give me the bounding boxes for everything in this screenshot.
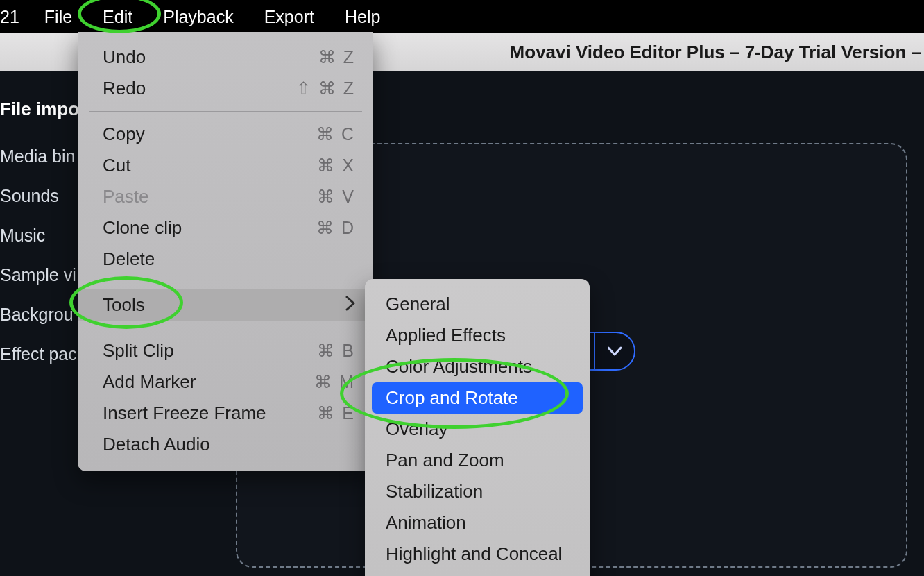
edit-split-clip[interactable]: Split Clip ⌘ B (78, 335, 373, 366)
edit-split-shortcut: ⌘ B (317, 341, 355, 361)
edit-cut-label: Cut (103, 155, 130, 176)
edit-clone-shortcut: ⌘ D (316, 218, 355, 238)
menu-file[interactable]: File (29, 1, 87, 33)
menubar-left-number: 21 (0, 7, 29, 27)
edit-add-marker[interactable]: Add Marker ⌘ M (78, 366, 373, 398)
edit-cut[interactable]: Cut ⌘ X (78, 150, 373, 181)
edit-tools-label: Tools (103, 294, 145, 316)
edit-add-marker-label: Add Marker (103, 371, 196, 393)
edit-undo-shortcut: ⌘ Z (318, 47, 355, 67)
menu-separator (89, 328, 362, 328)
edit-delete-label: Delete (103, 248, 155, 270)
menu-separator (89, 111, 362, 112)
edit-freeze-label: Insert Freeze Frame (103, 403, 266, 424)
tools-crop-and-rotate[interactable]: Crop and Rotate (372, 382, 583, 414)
menu-export[interactable]: Export (249, 1, 330, 33)
menubar: 21 File Edit Playback Export Help (0, 0, 924, 33)
chevron-right-icon (345, 294, 355, 316)
edit-delete[interactable]: Delete (78, 244, 373, 275)
edit-undo-label: Undo (103, 46, 146, 68)
tools-stabilization[interactable]: Stabilization (365, 476, 590, 507)
tools-animation[interactable]: Animation (365, 507, 590, 539)
tools-highlight-conceal[interactable]: Highlight and Conceal (365, 539, 590, 570)
edit-insert-freeze-frame[interactable]: Insert Freeze Frame ⌘ E (78, 398, 373, 429)
edit-undo[interactable]: Undo ⌘ Z (78, 42, 373, 73)
window-title: Movavi Video Editor Plus – 7-Day Trial V… (510, 42, 921, 63)
edit-redo[interactable]: Redo ⇧ ⌘ Z (78, 73, 373, 104)
tools-applied-effects[interactable]: Applied Effects (365, 320, 590, 351)
edit-tools[interactable]: Tools (78, 289, 373, 321)
tools-general[interactable]: General (365, 289, 590, 320)
edit-redo-shortcut: ⇧ ⌘ Z (296, 78, 355, 99)
menu-separator (89, 282, 362, 282)
edit-dropdown: Undo ⌘ Z Redo ⇧ ⌘ Z Copy ⌘ C Cut ⌘ X Pas… (78, 32, 373, 471)
edit-clone-label: Clone clip (103, 217, 182, 239)
edit-detach-audio[interactable]: Detach Audio (78, 429, 373, 460)
edit-paste-shortcut: ⌘ V (317, 187, 355, 207)
edit-split-label: Split Clip (103, 340, 174, 362)
edit-detach-label: Detach Audio (103, 434, 210, 455)
tools-pan-and-zoom[interactable]: Pan and Zoom (365, 445, 590, 476)
edit-freeze-shortcut: ⌘ E (317, 403, 355, 423)
edit-add-marker-shortcut: ⌘ M (314, 372, 355, 392)
edit-clone-clip[interactable]: Clone clip ⌘ D (78, 212, 373, 244)
tools-chroma-key[interactable]: Chroma Key (365, 570, 590, 576)
menu-playback[interactable]: Playback (148, 1, 248, 33)
tools-overlay[interactable]: Overlay (365, 414, 590, 445)
tools-submenu: General Applied Effects Color Adjustment… (365, 279, 590, 576)
edit-paste-label: Paste (103, 186, 149, 207)
edit-paste: Paste ⌘ V (78, 181, 373, 212)
edit-cut-shortcut: ⌘ X (317, 155, 355, 176)
chevron-down-icon[interactable] (595, 346, 634, 356)
tools-color-adjustments[interactable]: Color Adjustments (365, 351, 590, 382)
edit-copy-label: Copy (103, 124, 145, 145)
menu-edit[interactable]: Edit (87, 1, 148, 33)
edit-copy[interactable]: Copy ⌘ C (78, 119, 373, 150)
edit-redo-label: Redo (103, 78, 146, 99)
edit-copy-shortcut: ⌘ C (316, 124, 355, 144)
menu-help[interactable]: Help (330, 1, 395, 33)
